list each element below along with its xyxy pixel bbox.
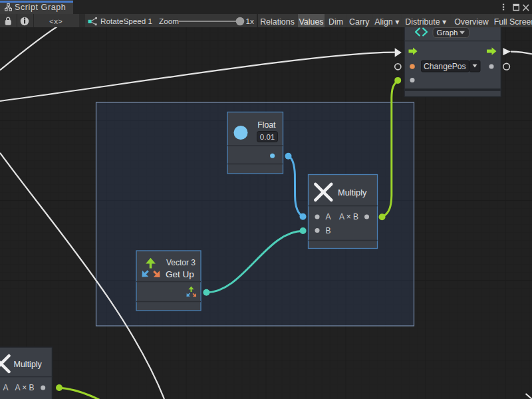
svg-text:Float: Float (257, 120, 276, 130)
svg-text:ChangePos: ChangePos (424, 62, 466, 71)
svg-text:1x: 1x (246, 17, 255, 25)
svg-text:A × B: A × B (15, 383, 35, 392)
svg-text:<x>: <x> (49, 18, 63, 26)
svg-text:A: A (326, 212, 331, 221)
svg-text:0.01: 0.01 (260, 133, 275, 141)
svg-text:Get Up: Get Up (166, 269, 194, 279)
svg-text:Multiply: Multiply (14, 360, 43, 369)
svg-text:Vector 3: Vector 3 (166, 258, 196, 267)
svg-text:A: A (3, 383, 9, 392)
svg-text:A × B: A × B (339, 212, 358, 221)
svg-text:Multiply: Multiply (338, 188, 367, 198)
svg-text:RotateSpeed 1: RotateSpeed 1 (100, 17, 152, 25)
svg-text:B: B (326, 226, 331, 235)
svg-text:Graph: Graph (437, 29, 458, 37)
svg-text:Zoom: Zoom (159, 17, 179, 25)
